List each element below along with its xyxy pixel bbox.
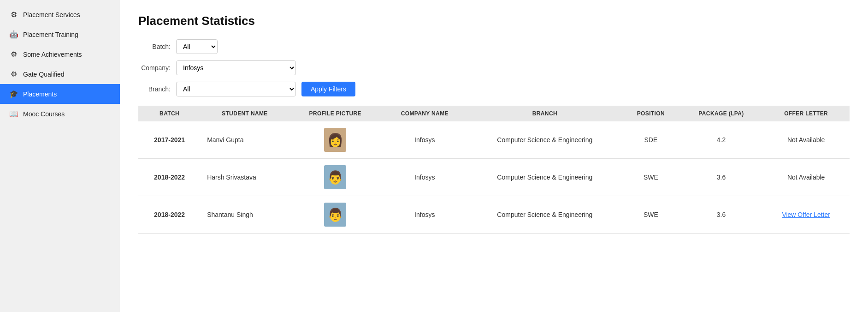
sidebar-item-label-placement-training: Placement Training <box>23 31 78 38</box>
table-row: 2018-2022Shantanu Singh👨InfosysComputer … <box>138 196 850 234</box>
cell-batch: 2017-2021 <box>138 121 201 159</box>
main-content: Placement Statistics Batch: All2017-2021… <box>120 0 868 312</box>
cell-profile-picture: 👩 <box>289 121 382 159</box>
sidebar-item-label-some-achievements: Some Achievements <box>23 51 82 58</box>
mooc-courses-icon: 📖 <box>9 109 18 118</box>
company-filter-row: Company: AllInfosysTCSWiproCognizant <box>138 60 850 75</box>
gate-qualified-icon: ⚙ <box>9 70 18 78</box>
table-row: 2017-2021Manvi Gupta👩InfosysComputer Sci… <box>138 121 850 159</box>
table-row: 2018-2022Harsh Srivastava👨InfosysCompute… <box>138 159 850 196</box>
placements-icon: 🎓 <box>9 90 18 98</box>
cell-position: SWE <box>622 196 680 234</box>
cell-package: 3.6 <box>680 159 763 196</box>
profile-avatar: 👨 <box>324 203 346 227</box>
sidebar-item-placement-services[interactable]: ⚙Placement Services <box>0 5 120 24</box>
apply-filters-button[interactable]: Apply Filters <box>301 82 355 96</box>
cell-branch: Computer Science & Engineering <box>468 196 622 234</box>
cell-company-name: Infosys <box>382 196 468 234</box>
col-header-package-lpa: Package (LPA) <box>680 106 763 121</box>
cell-offer-letter: Not Available <box>762 159 850 196</box>
cell-company-name: Infosys <box>382 159 468 196</box>
cell-batch: 2018-2022 <box>138 159 201 196</box>
sidebar-item-label-placements: Placements <box>23 90 57 98</box>
col-header-student-name: Student Name <box>201 106 289 121</box>
placement-services-icon: ⚙ <box>9 10 18 19</box>
cell-student-name: Harsh Srivastava <box>201 159 289 196</box>
branch-filter-row: Branch: AllComputer Science & Engineerin… <box>138 82 850 96</box>
batch-label: Batch: <box>138 43 171 50</box>
cell-student-name: Manvi Gupta <box>201 121 289 159</box>
col-header-batch: Batch <box>138 106 201 121</box>
offer-letter-link[interactable]: View Offer Letter <box>782 211 830 218</box>
batch-select[interactable]: All2017-20212018-20222019-2023 <box>176 39 218 54</box>
table-header: BatchStudent NameProfile PictureCompany … <box>138 106 850 121</box>
sidebar-item-gate-qualified[interactable]: ⚙Gate Qualified <box>0 64 120 84</box>
col-header-offer-letter: Offer Letter <box>762 106 850 121</box>
placement-table: BatchStudent NameProfile PictureCompany … <box>138 106 850 234</box>
profile-avatar: 👩 <box>324 128 346 152</box>
cell-position: SWE <box>622 159 680 196</box>
cell-offer-letter: Not Available <box>762 121 850 159</box>
cell-package: 4.2 <box>680 121 763 159</box>
sidebar: ⚙Placement Services🤖Placement Training⚙S… <box>0 0 120 312</box>
cell-position: SDE <box>622 121 680 159</box>
profile-avatar: 👨 <box>324 165 346 189</box>
sidebar-item-some-achievements[interactable]: ⚙Some Achievements <box>0 44 120 64</box>
col-header-position: Position <box>622 106 680 121</box>
some-achievements-icon: ⚙ <box>9 50 18 59</box>
sidebar-item-mooc-courses[interactable]: 📖Mooc Courses <box>0 104 120 124</box>
col-header-branch: Branch <box>468 106 622 121</box>
branch-select[interactable]: AllComputer Science & EngineeringElectro… <box>176 82 296 96</box>
batch-filter-row: Batch: All2017-20212018-20222019-2023 <box>138 39 850 54</box>
company-select[interactable]: AllInfosysTCSWiproCognizant <box>176 60 296 75</box>
cell-profile-picture: 👨 <box>289 196 382 234</box>
table-body: 2017-2021Manvi Gupta👩InfosysComputer Sci… <box>138 121 850 234</box>
page-title: Placement Statistics <box>138 14 850 28</box>
placement-table-container: BatchStudent NameProfile PictureCompany … <box>138 106 850 234</box>
cell-offer-letter[interactable]: View Offer Letter <box>762 196 850 234</box>
cell-company-name: Infosys <box>382 121 468 159</box>
sidebar-item-label-placement-services: Placement Services <box>23 11 80 18</box>
cell-branch: Computer Science & Engineering <box>468 159 622 196</box>
cell-profile-picture: 👨 <box>289 159 382 196</box>
sidebar-item-placement-training[interactable]: 🤖Placement Training <box>0 24 120 44</box>
sidebar-item-placements[interactable]: 🎓Placements <box>0 84 120 104</box>
cell-batch: 2018-2022 <box>138 196 201 234</box>
cell-student-name: Shantanu Singh <box>201 196 289 234</box>
cell-package: 3.6 <box>680 196 763 234</box>
cell-branch: Computer Science & Engineering <box>468 121 622 159</box>
company-label: Company: <box>138 64 171 72</box>
placement-training-icon: 🤖 <box>9 30 18 39</box>
sidebar-item-label-gate-qualified: Gate Qualified <box>23 71 65 78</box>
sidebar-item-label-mooc-courses: Mooc Courses <box>23 110 65 118</box>
col-header-profile-picture: Profile Picture <box>289 106 382 121</box>
col-header-company-name: Company Name <box>382 106 468 121</box>
branch-label: Branch: <box>138 85 171 93</box>
